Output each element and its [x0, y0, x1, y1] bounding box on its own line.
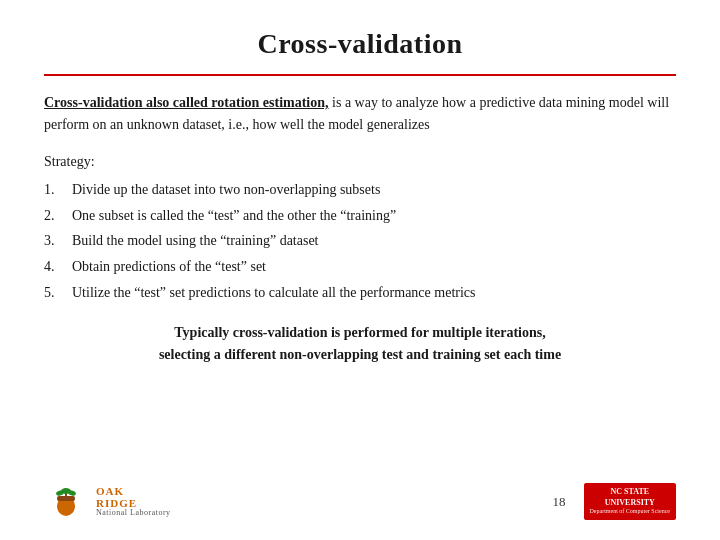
list-text-2: One subset is called the “test” and the …	[72, 205, 396, 227]
intro-paragraph: Cross-validation also called rotation es…	[44, 92, 676, 135]
title-section: Cross-validation	[44, 28, 676, 60]
logo-oak-text: OAK	[96, 485, 171, 497]
list-item: 1. Divide up the dataset into two non-ov…	[44, 179, 676, 201]
list-text-3: Build the model using the “training” dat…	[72, 230, 319, 252]
content-area: Cross-validation also called rotation es…	[44, 92, 676, 467]
conclusion-text: Typically cross-validation is performed …	[44, 322, 676, 367]
list-item: 2. One subset is called the “test” and t…	[44, 205, 676, 227]
svg-rect-1	[57, 496, 75, 501]
list-item: 5. Utilize the “test” set predictions to…	[44, 282, 676, 304]
list-num-4: 4.	[44, 256, 72, 278]
list-num-5: 5.	[44, 282, 72, 304]
list-item: 3. Build the model using the “training” …	[44, 230, 676, 252]
strategy-label: Strategy:	[44, 151, 676, 173]
list-text-5: Utilize the “test” set predictions to ca…	[72, 282, 476, 304]
ncstate-line1: NC STATE	[590, 487, 670, 497]
oak-ridge-icon	[44, 484, 88, 520]
list-text-1: Divide up the dataset into two non-overl…	[72, 179, 380, 201]
list-num-1: 1.	[44, 179, 72, 201]
intro-bold: Cross-validation also called rotation es…	[44, 95, 329, 110]
list-item: 4. Obtain predictions of the “test” set	[44, 256, 676, 278]
list-num-2: 2.	[44, 205, 72, 227]
list-num-3: 3.	[44, 230, 72, 252]
slide: Cross-validation Cross-validation also c…	[0, 0, 720, 540]
slide-title: Cross-validation	[44, 28, 676, 60]
page-number: 18	[553, 494, 566, 510]
footer: OAK RIDGE National Laboratory 18 NC STAT…	[44, 479, 676, 520]
right-footer: 18 NC STATE UNIVERSITY Department of Com…	[553, 483, 676, 520]
ncstate-logo: NC STATE UNIVERSITY Department of Comput…	[584, 483, 676, 520]
red-divider	[44, 74, 676, 76]
ncstate-line2: UNIVERSITY	[590, 498, 670, 508]
list-text-4: Obtain predictions of the “test” set	[72, 256, 266, 278]
numbered-list: 1. Divide up the dataset into two non-ov…	[44, 179, 676, 303]
acorn-svg	[50, 486, 82, 518]
ncstate-line3: Department of Computer Science	[590, 508, 670, 516]
logo-national-text: National Laboratory	[96, 509, 171, 518]
logo-section: OAK RIDGE National Laboratory	[44, 484, 171, 520]
logo-text-block: OAK RIDGE National Laboratory	[96, 485, 171, 518]
